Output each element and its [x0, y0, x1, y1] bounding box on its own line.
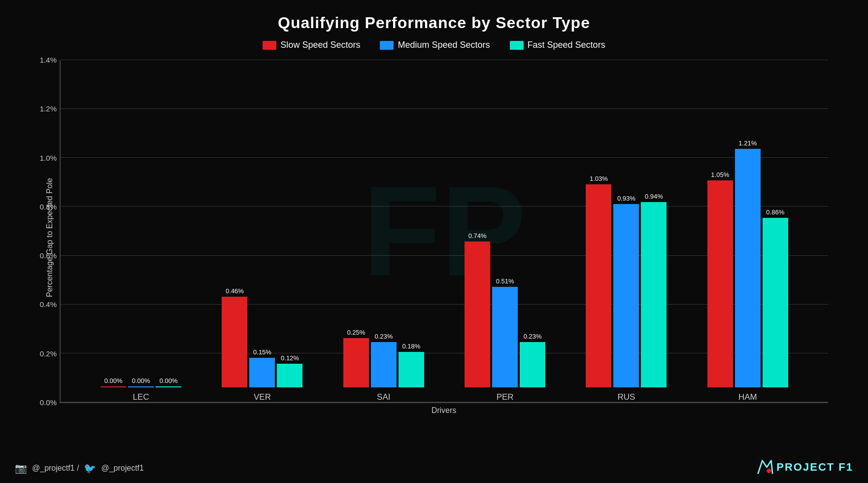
legend-label: Fast Speed Sectors — [528, 40, 605, 50]
bar-fast — [399, 352, 424, 387]
bar-fast — [277, 364, 302, 387]
bar-wrapper: 0.46% — [222, 287, 247, 387]
bar-medium — [613, 204, 639, 387]
driver-group: 1.03%0.93%0.94%RUS — [586, 175, 667, 402]
legend-color — [510, 41, 524, 50]
driver-name: HAM — [738, 392, 757, 402]
driver-name: RUS — [618, 392, 635, 402]
bar-slow — [222, 297, 247, 387]
bar-medium — [249, 358, 275, 387]
chart-inner: FP 0.0%0.2%0.4%0.6%0.8%1.0%1.2%1.4% 0.00… — [60, 60, 828, 415]
bar-wrapper: 0.86% — [763, 208, 788, 387]
driver-group: 1.05%1.21%0.86%HAM — [707, 139, 788, 402]
bar-wrapper: 0.15% — [249, 348, 275, 387]
bar-wrapper: 0.00% — [100, 377, 126, 387]
legend-color — [380, 41, 394, 50]
driver-name: LEC — [133, 392, 149, 402]
bar-value-label: 0.94% — [645, 193, 663, 200]
bar-fast — [520, 342, 545, 387]
bar-slow — [586, 184, 611, 387]
bar-slow — [343, 338, 369, 387]
y-axis-label: Percentage Gap to Expected Pole — [40, 60, 60, 415]
footer: 📷 @_projectf1 / 🐦 @_projectf1 — [15, 462, 144, 474]
social-text: @_projectf1 / — [32, 464, 79, 473]
chart-area: Percentage Gap to Expected Pole FP 0.0%0… — [40, 60, 828, 415]
bar-value-label: 1.21% — [738, 139, 757, 147]
bar-wrapper: 0.12% — [277, 354, 302, 387]
bar-medium — [492, 287, 518, 387]
driver-group: 0.46%0.15%0.12%VER — [222, 287, 302, 402]
bar-wrapper: 0.74% — [465, 232, 490, 387]
bar-wrapper: 0.23% — [520, 333, 545, 387]
chart-container: Qualifying Performance by Sector Type Sl… — [0, 0, 868, 483]
brand-logo: PROJECT F1 — [756, 458, 853, 476]
brand-name: PROJECT F1 — [776, 461, 853, 474]
bar-medium — [735, 149, 761, 387]
svg-point-0 — [767, 469, 771, 473]
grid-and-bars: FP 0.0%0.2%0.4%0.6%0.8%1.0%1.2%1.4% 0.00… — [60, 60, 828, 403]
legend-label: Slow Speed Sectors — [280, 40, 360, 50]
social-twitter-text: @_projectf1 — [101, 464, 144, 473]
bar-medium — [128, 386, 154, 387]
bar-medium — [371, 342, 397, 387]
driver-group: 0.74%0.51%0.23%PER — [465, 232, 545, 402]
bar-value-label: 0.23% — [374, 333, 393, 340]
bar-slow — [707, 180, 733, 387]
bar-wrapper: 0.00% — [128, 377, 154, 387]
bars-row: 0.74%0.51%0.23% — [465, 232, 545, 387]
bar-value-label: 0.25% — [347, 329, 365, 336]
bar-wrapper: 0.00% — [156, 377, 181, 387]
driver-group: 0.00%0.00%0.00%LEC — [100, 377, 181, 402]
legend-label: Medium Speed Sectors — [398, 40, 490, 50]
bar-value-label: 0.23% — [524, 333, 542, 340]
bar-slow — [100, 386, 126, 387]
legend-item: Medium Speed Sectors — [380, 40, 490, 50]
bar-fast — [641, 202, 667, 387]
social-icon-twitter: 🐦 — [84, 462, 96, 474]
bar-value-label: 0.18% — [402, 343, 420, 350]
bars-row: 0.25%0.23%0.18% — [343, 329, 424, 387]
legend-item: Slow Speed Sectors — [263, 40, 360, 50]
bars-row: 1.05%1.21%0.86% — [707, 139, 788, 387]
logo-icon — [756, 458, 773, 476]
legend: Slow Speed Sectors Medium Speed Sectors … — [263, 40, 605, 50]
bar-value-label: 0.00% — [160, 377, 178, 384]
bar-fast — [763, 218, 788, 387]
bar-wrapper: 0.25% — [343, 329, 369, 387]
bar-value-label: 0.15% — [253, 348, 271, 356]
bar-slow — [465, 242, 490, 387]
bar-value-label: 0.74% — [468, 232, 487, 240]
bar-value-label: 0.00% — [104, 377, 123, 384]
bars-row: 0.46%0.15%0.12% — [222, 287, 302, 387]
bars-area: 0.00%0.00%0.00%LEC0.46%0.15%0.12%VER0.25… — [61, 60, 828, 402]
bars-row: 1.03%0.93%0.94% — [586, 175, 667, 387]
bar-value-label: 1.03% — [590, 175, 608, 182]
bar-value-label: 1.05% — [711, 171, 729, 178]
bar-value-label: 0.93% — [617, 195, 635, 202]
bar-value-label: 0.51% — [496, 277, 514, 285]
bar-wrapper: 0.51% — [492, 277, 518, 387]
bar-wrapper: 0.23% — [371, 333, 397, 387]
bar-wrapper: 0.18% — [399, 343, 424, 387]
driver-name: SAI — [377, 392, 390, 402]
legend-color — [263, 41, 276, 50]
bar-fast — [156, 386, 181, 387]
bar-wrapper: 0.93% — [613, 195, 639, 387]
x-axis-label: Drivers — [60, 406, 828, 415]
bar-value-label: 0.86% — [766, 208, 784, 216]
bar-wrapper: 0.94% — [641, 193, 667, 387]
bar-wrapper: 1.21% — [735, 139, 761, 387]
bar-wrapper: 1.03% — [586, 175, 611, 387]
social-icon-instagram: 📷 — [15, 462, 27, 474]
driver-name: PER — [497, 392, 514, 402]
bar-value-label: 0.12% — [281, 354, 299, 362]
bar-wrapper: 1.05% — [707, 171, 733, 387]
bar-value-label: 0.00% — [132, 377, 150, 384]
bars-row: 0.00%0.00%0.00% — [100, 377, 181, 387]
driver-group: 0.25%0.23%0.18%SAI — [343, 329, 424, 402]
driver-name: VER — [254, 392, 271, 402]
bar-value-label: 0.46% — [226, 287, 244, 295]
legend-item: Fast Speed Sectors — [510, 40, 605, 50]
chart-title: Qualifying Performance by Sector Type — [278, 14, 590, 32]
